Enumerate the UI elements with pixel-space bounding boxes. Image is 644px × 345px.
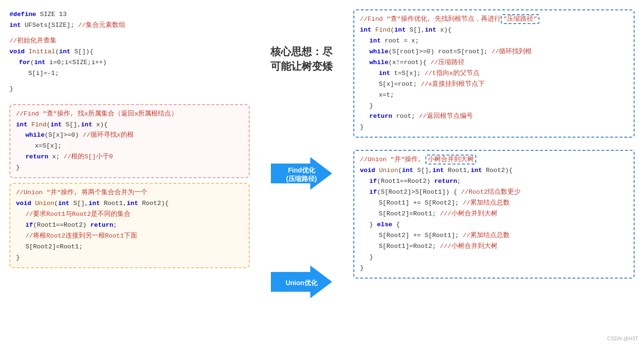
union-original-box: //Union "并"操作, 将两个集合合并为一个 void Union(int…: [9, 183, 250, 268]
arrows-container: 核心思想：尽 可能让树变矮 Find优化 (压缩路径): [270, 15, 333, 330]
page-container: #define SIZE 13 int UFSets[SIZE]; //集合元素…: [0, 0, 644, 345]
find-original-box: //Find "查"操作, 找x所属集合（返回x所属根结点） int Find(…: [9, 104, 250, 179]
find-arrow-wrapper: Find优化 (压缩路径): [271, 157, 332, 192]
svg-marker-1: [271, 265, 332, 298]
right-panel: //Find "查"操作优化, 先找到根节点，再进行"压缩路径" int Fin…: [349, 6, 639, 339]
svg-marker-0: [271, 157, 332, 190]
watermark: CSDN @H3T: [607, 336, 638, 341]
union-optimized-box: //Union "并"操作, 小树合并到大树 void Union(int S[…: [353, 150, 635, 278]
left-panel: #define SIZE 13 int UFSets[SIZE]; //集合元素…: [5, 6, 254, 339]
core-idea-text: 核心思想：尽 可能让树变矮: [270, 45, 333, 74]
find-arrow-svg: [271, 157, 332, 190]
union-arrow: Union优化: [271, 265, 332, 300]
center-panel: 核心思想：尽 可能让树变矮 Find优化 (压缩路径): [254, 6, 349, 339]
find-optimized-box: //Find "查"操作优化, 先找到根节点，再进行"压缩路径" int Fin…: [353, 9, 635, 138]
union-arrow-wrapper: Union优化: [271, 265, 332, 300]
find-arrow: Find优化 (压缩路径): [271, 157, 332, 192]
union-arrow-svg: [271, 265, 332, 298]
intro-code: #define SIZE 13 int UFSets[SIZE]; //集合元素…: [9, 9, 250, 95]
